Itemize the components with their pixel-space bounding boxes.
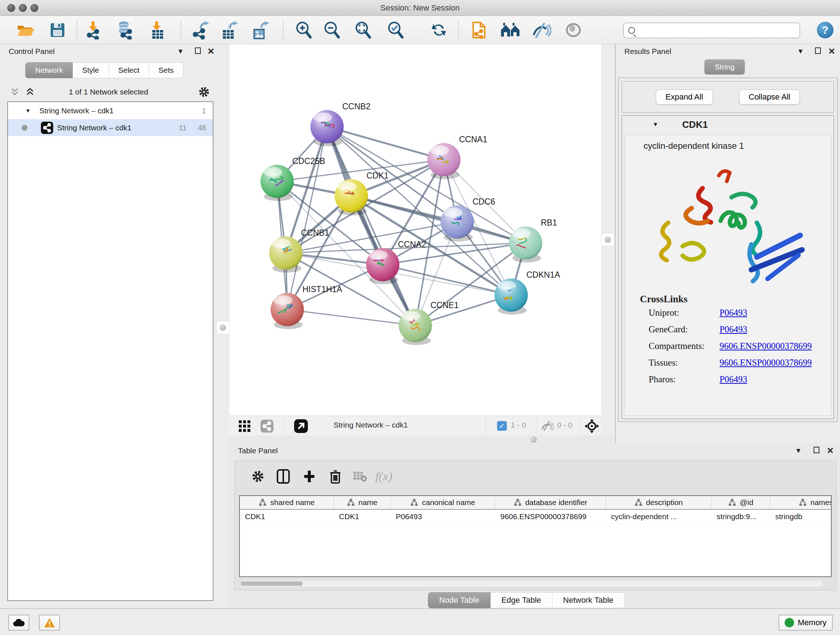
network-collection-row[interactable]: ▼ String Network – cdk1 1: [8, 102, 213, 119]
tab-string[interactable]: String: [704, 59, 745, 74]
network-edge[interactable]: [287, 310, 415, 325]
column-header-@id[interactable]: @id: [712, 496, 770, 509]
network-node-CDC6[interactable]: CDC6: [441, 197, 495, 241]
columns-icon: [277, 469, 290, 484]
tab-node-table[interactable]: Node Table: [428, 592, 491, 608]
birdseye-grid-button[interactable]: [236, 418, 253, 434]
left-splitter-handle[interactable]: [216, 321, 229, 334]
network-node-CCNA1[interactable]: CCNA1: [427, 135, 487, 179]
left-splitter[interactable]: [217, 44, 229, 608]
expand-all-button[interactable]: Expand All: [656, 89, 713, 105]
gene-section-header[interactable]: ▼ CDK1: [622, 116, 834, 133]
collapse-panel-button[interactable]: ▼: [793, 446, 804, 456]
export-network-button[interactable]: [189, 19, 212, 41]
network-node-RB1[interactable]: RB1: [509, 218, 557, 263]
table-cell[interactable]: stringdb: [770, 510, 832, 523]
show-columns-button[interactable]: [273, 466, 294, 486]
help-button[interactable]: ?: [817, 22, 834, 38]
tab-network-table[interactable]: Network Table: [553, 592, 625, 608]
crosslink-link[interactable]: P06493: [720, 374, 747, 385]
network-options-gear-button[interactable]: [198, 86, 209, 96]
collapse-panel-button[interactable]: ▼: [795, 46, 806, 57]
table-cell[interactable]: CDK1: [240, 510, 334, 523]
table-options-gear-button[interactable]: [248, 466, 268, 486]
memory-button[interactable]: Memory: [778, 615, 833, 631]
right-splitter-handle[interactable]: [601, 233, 614, 246]
tab-sets[interactable]: Sets: [149, 62, 183, 78]
string-import-button[interactable]: [468, 19, 491, 41]
table-cell[interactable]: 9606.ENSP00000378699: [495, 510, 606, 523]
float-panel-button[interactable]: [811, 446, 822, 456]
tab-select[interactable]: Select: [109, 62, 149, 78]
node-label-CCNB1: CCNB1: [301, 228, 329, 238]
table-horizontal-scrollbar[interactable]: [240, 581, 822, 586]
fit-selected-button[interactable]: [583, 418, 600, 434]
collapse-panel-button[interactable]: ▼: [175, 46, 186, 57]
column-header-canonical-name[interactable]: canonical name: [391, 496, 495, 509]
warnings-button[interactable]: [39, 615, 60, 631]
save-session-button[interactable]: [46, 19, 69, 41]
apply-layout-button[interactable]: [428, 19, 450, 41]
network-edge[interactable]: [351, 196, 526, 243]
column-header-namespace[interactable]: namespace: [770, 496, 832, 509]
scrollbar-thumb[interactable]: [240, 581, 303, 586]
table-cell[interactable]: cyclin-dependent ...: [606, 510, 712, 523]
network-edge[interactable]: [287, 127, 327, 310]
crosslink-link[interactable]: P06493: [720, 325, 747, 334]
tab-style[interactable]: Style: [73, 62, 109, 78]
collapse-all-button[interactable]: Collapse All: [739, 89, 800, 105]
import-network-from-database-button[interactable]: [114, 19, 136, 41]
right-splitter[interactable]: [601, 44, 615, 443]
horizontal-splitter-handle[interactable]: [531, 436, 537, 443]
zoom-selected-button[interactable]: [384, 19, 407, 41]
import-network-from-file-button[interactable]: [82, 19, 105, 41]
zoom-out-button[interactable]: [321, 19, 343, 41]
hidden-eye-slash-icon[interactable]: [541, 421, 554, 431]
export-image-button[interactable]: [249, 19, 272, 41]
column-type-icon: [728, 499, 736, 507]
export-table-button[interactable]: [218, 19, 241, 41]
table-row[interactable]: CDK1CDK1P064939606.ENSP00000378699cyclin…: [240, 510, 831, 524]
crosslink-link[interactable]: 9606.ENSP00000378699: [720, 341, 812, 351]
crosslink-link[interactable]: 9606.ENSP00000378699: [720, 358, 812, 368]
float-panel-button[interactable]: [193, 46, 203, 57]
gene-details: cyclin-dependent kinase 1: [624, 135, 831, 416]
zoom-in-button[interactable]: [292, 19, 315, 41]
crosslink-link[interactable]: P06493: [720, 308, 747, 318]
delete-column-button[interactable]: [325, 466, 346, 486]
table-cell[interactable]: CDK1: [334, 510, 391, 523]
protein-structure-image: [648, 154, 807, 291]
tab-edge-table[interactable]: Edge Table: [491, 592, 553, 608]
column-header-shared-name[interactable]: shared name: [240, 496, 334, 509]
search-input[interactable]: [638, 24, 799, 37]
table-cell[interactable]: stringdb:9...: [712, 510, 770, 523]
open-folder-icon: [16, 22, 35, 38]
zoom-fit-button[interactable]: [352, 19, 374, 41]
column-header-description[interactable]: description: [606, 496, 712, 509]
open-in-new-window-button[interactable]: [292, 418, 310, 434]
network-node-CDKN1A[interactable]: CDKN1A: [494, 270, 561, 315]
tab-network[interactable]: Network: [25, 62, 73, 78]
column-type-icon: [347, 499, 355, 507]
close-panel-button[interactable]: ✕: [205, 46, 216, 57]
network-canvas[interactable]: CCNB2CCNA1CDC25BCDK1CDC6RB1CCNB1CCNA2CDK…: [229, 44, 601, 416]
hide-glass-button[interactable]: [531, 19, 553, 41]
column-header-database-identifier[interactable]: database identifier: [495, 496, 606, 509]
add-column-button[interactable]: [299, 466, 319, 486]
import-table-from-file-button[interactable]: [146, 19, 169, 41]
float-panel-button[interactable]: [813, 46, 823, 57]
network-node-HIST1H1A[interactable]: HIST1H1A: [271, 285, 343, 329]
cloud-status-button[interactable]: [8, 615, 29, 631]
show-glass-button[interactable]: [562, 19, 584, 41]
network-overview-button[interactable]: [258, 418, 276, 434]
table-cell[interactable]: P06493: [391, 510, 495, 523]
network-node-CDK1[interactable]: CDK1: [335, 171, 388, 215]
close-panel-button[interactable]: ✕: [826, 46, 837, 57]
selected-indicator-checkbox[interactable]: ✓: [497, 421, 507, 431]
string-home-button[interactable]: [499, 19, 522, 41]
network-edge[interactable]: [327, 127, 415, 325]
open-session-button[interactable]: [14, 19, 37, 41]
network-row[interactable]: String Network – cdk1 11 48: [8, 119, 213, 136]
column-header-name[interactable]: name: [334, 496, 391, 509]
close-panel-button[interactable]: ✕: [825, 446, 836, 456]
